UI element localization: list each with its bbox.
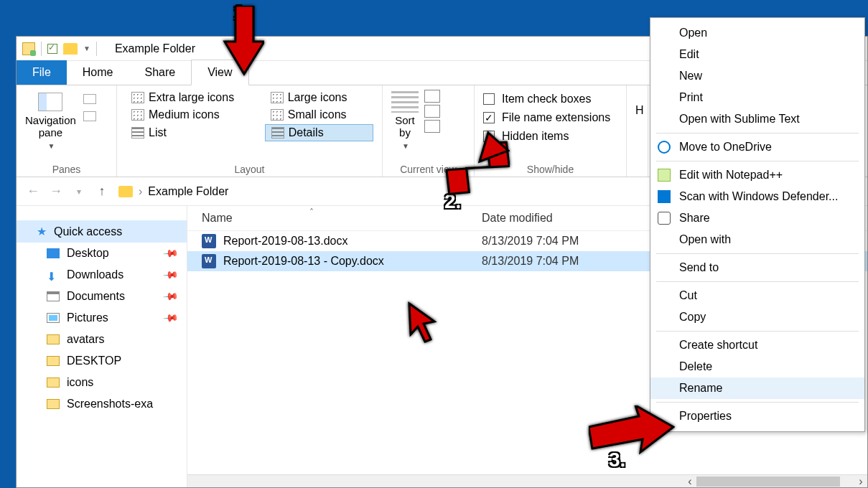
context-menu-item[interactable]: Edit with Notepad++ [650,164,864,186]
context-menu-item[interactable]: Copy [650,306,864,328]
scroll-left-icon[interactable]: ‹ [683,475,696,488]
annotation-arrow-1 [214,6,264,78]
context-menu-item[interactable]: Rename [650,377,864,399]
context-menu-separator [656,331,859,332]
quick-access-toolbar: ▼ [22,42,97,56]
checkbox-item-checkboxes[interactable]: Item check boxes [483,93,617,105]
pin-icon: 📌 [162,266,179,283]
xl-icons-icon [131,92,144,103]
sort-icon [391,91,419,113]
context-menu-item[interactable]: Cut [650,285,864,306]
sidebar-item[interactable]: Screenshots-exa [17,393,187,415]
context-menu-item[interactable]: Move to OneDrive [650,136,864,158]
context-menu-separator [656,402,859,403]
column-date[interactable]: Date modified [482,212,640,225]
pin-icon: 📌 [162,245,179,261]
medium-icons-icon [131,109,144,121]
context-menu-item[interactable]: Open with [650,229,864,250]
folder-icon [22,42,35,55]
tab-file[interactable]: File [17,60,67,85]
download-icon: ⬇ [47,270,60,280]
layout-large[interactable]: Large icons [265,90,373,105]
context-menu-item[interactable]: Print [650,87,864,108]
breadcrumb[interactable]: Example Folder [148,185,228,198]
new-folder-icon[interactable] [63,43,78,55]
context-menu-item[interactable]: Open with Sublime Text [650,108,864,130]
recent-locations-button[interactable]: ▾ [73,185,85,198]
sort-by-button[interactable]: Sort by▼ [391,90,419,151]
word-doc-icon [202,254,216,268]
fol-icon [47,356,60,366]
context-menu-item[interactable]: Properties [650,405,864,427]
sidebar-item[interactable]: DESKTOP [17,350,187,372]
context-menu-separator [656,161,859,161]
context-menu-item[interactable]: Send to [650,257,864,278]
checkbox-file-extensions[interactable]: File name extensions [483,111,617,124]
fol-icon [47,399,60,409]
context-menu-item[interactable]: Share [650,207,864,229]
layout-list[interactable]: List [126,124,261,141]
sort-ascending-icon: ˄ [309,207,314,217]
sidebar-item-label: Desktop [67,247,109,260]
star-icon: ★ [37,225,47,238]
checkbox-icon [483,93,495,105]
context-menu-item[interactable]: Edit [650,44,864,65]
tab-home[interactable]: Home [67,60,129,85]
tab-share[interactable]: Share [129,60,191,85]
preview-details-toggles[interactable] [83,90,96,124]
back-button[interactable]: ← [27,185,39,198]
shield-icon [658,190,671,203]
navigation-pane-button[interactable]: Navigation pane ▼ [25,90,76,151]
sidebar-item[interactable]: Pictures📌 [17,307,187,329]
annotation-arrow-2 [438,129,510,208]
details-pane-icon[interactable] [83,111,96,121]
sidebar-item[interactable]: avatars [17,329,187,350]
sidebar-item-label: Pictures [67,311,108,324]
group-by-icon[interactable] [424,90,440,103]
up-button[interactable]: ↑ [95,185,108,198]
sidebar-item-label: avatars [67,333,104,346]
add-columns-icon[interactable] [424,105,440,118]
small-icons-icon [271,109,284,121]
np-icon [658,169,671,182]
layout-details[interactable]: Details [265,124,373,141]
context-menu-item[interactable]: Delete [650,356,864,377]
context-menu-separator [656,281,859,282]
scroll-right-icon[interactable]: › [854,475,867,488]
desktop-icon [47,248,60,258]
qat-dropdown-icon[interactable]: ▼ [83,44,90,52]
svg-marker-1 [439,129,510,208]
sidebar-item[interactable]: Documents📌 [17,286,187,307]
window-title: Example Folder [115,42,195,55]
chevron-down-icon: ▼ [402,142,409,150]
svg-marker-0 [225,6,264,74]
context-menu-item[interactable]: New [650,65,864,87]
horizontal-scrollbar[interactable]: ‹ › [187,474,867,487]
group-label-layout: Layout [126,161,373,175]
forward-button[interactable]: → [50,185,62,198]
layout-small[interactable]: Small icons [265,107,373,123]
annotation-arrow-3 [589,405,675,463]
context-menu-item[interactable]: Scan with Windows Defender... [650,186,864,207]
share-icon [658,212,671,225]
sidebar-item[interactable]: icons [17,372,187,393]
properties-icon[interactable] [47,44,57,54]
sidebar-quick-access[interactable]: ★ Quick access [17,220,187,243]
svg-marker-4 [589,405,673,452]
context-menu-item[interactable]: Create shortcut [650,334,864,356]
sidebar-item[interactable]: Desktop📌 [17,243,187,264]
details-icon [271,127,284,139]
column-name[interactable]: ˄ Name [202,212,482,225]
group-label-panes: Panes [25,161,108,175]
pin-icon: 📌 [162,288,179,304]
sidebar-item-label: Documents [67,290,125,303]
large-icons-icon [271,92,284,103]
sidebar-item-label: Screenshots-exa [67,398,153,410]
layout-medium[interactable]: Medium icons [126,107,261,123]
preview-pane-icon[interactable] [83,94,96,104]
address-bar[interactable]: › Example Folder [118,185,228,198]
sidebar-item[interactable]: ⬇Downloads📌 [17,264,187,286]
scrollbar-thumb[interactable] [696,477,840,487]
context-menu-item[interactable]: Open [650,22,864,44]
layout-extra-large[interactable]: Extra large icons [126,90,261,105]
